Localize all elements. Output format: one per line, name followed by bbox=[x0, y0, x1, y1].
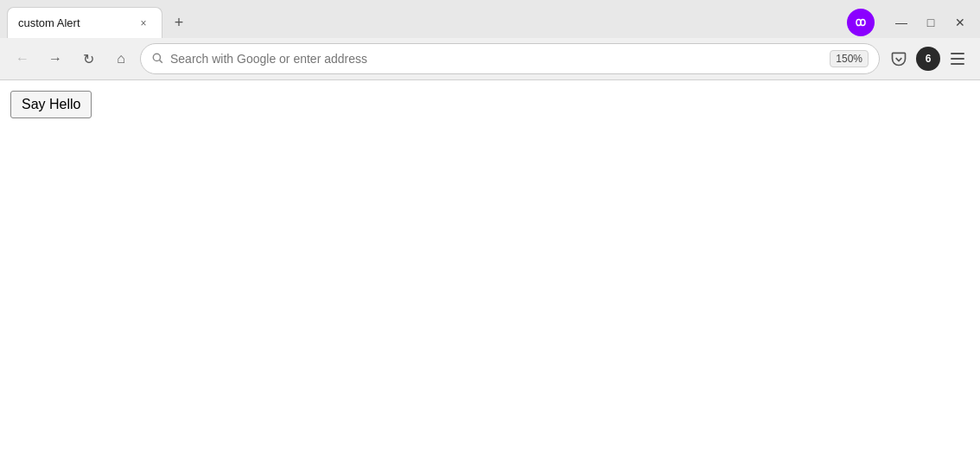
zoom-level-badge[interactable]: 150% bbox=[830, 50, 869, 67]
right-nav-icons: 6 bbox=[885, 45, 971, 73]
close-button[interactable]: ✕ bbox=[947, 10, 973, 35]
browser-tab[interactable]: custom Alert × bbox=[7, 7, 162, 38]
forward-button[interactable]: → bbox=[41, 45, 69, 73]
browser-logo bbox=[847, 9, 875, 36]
menu-button[interactable] bbox=[944, 45, 971, 73]
search-icon bbox=[151, 52, 163, 67]
browser-chrome: custom Alert × + — □ ✕ ← → ↻ ⌂ bbox=[0, 0, 980, 80]
tab-close-button[interactable]: × bbox=[136, 16, 151, 31]
address-bar-container[interactable]: 150% bbox=[140, 43, 880, 74]
maximize-button[interactable]: □ bbox=[918, 10, 944, 35]
tab-bar: custom Alert × + — □ ✕ bbox=[0, 0, 980, 38]
navigation-bar: ← → ↻ ⌂ 150% 6 bbox=[0, 38, 980, 79]
address-input[interactable] bbox=[170, 52, 823, 66]
minimize-button[interactable]: — bbox=[888, 10, 914, 35]
extensions-badge[interactable]: 6 bbox=[916, 47, 940, 71]
svg-line-2 bbox=[160, 60, 162, 62]
tab-title: custom Alert bbox=[18, 16, 129, 29]
page-content: Say Hello bbox=[0, 80, 980, 457]
say-hello-button[interactable]: Say Hello bbox=[10, 91, 92, 118]
back-button[interactable]: ← bbox=[9, 45, 36, 73]
reload-button[interactable]: ↻ bbox=[74, 45, 102, 73]
home-button[interactable]: ⌂ bbox=[107, 45, 135, 73]
pocket-button[interactable] bbox=[885, 45, 913, 73]
svg-point-1 bbox=[153, 54, 160, 60]
window-controls: — □ ✕ bbox=[888, 10, 973, 35]
new-tab-button[interactable]: + bbox=[166, 10, 192, 35]
hamburger-icon bbox=[951, 53, 964, 65]
browser-logo-svg bbox=[852, 14, 869, 31]
